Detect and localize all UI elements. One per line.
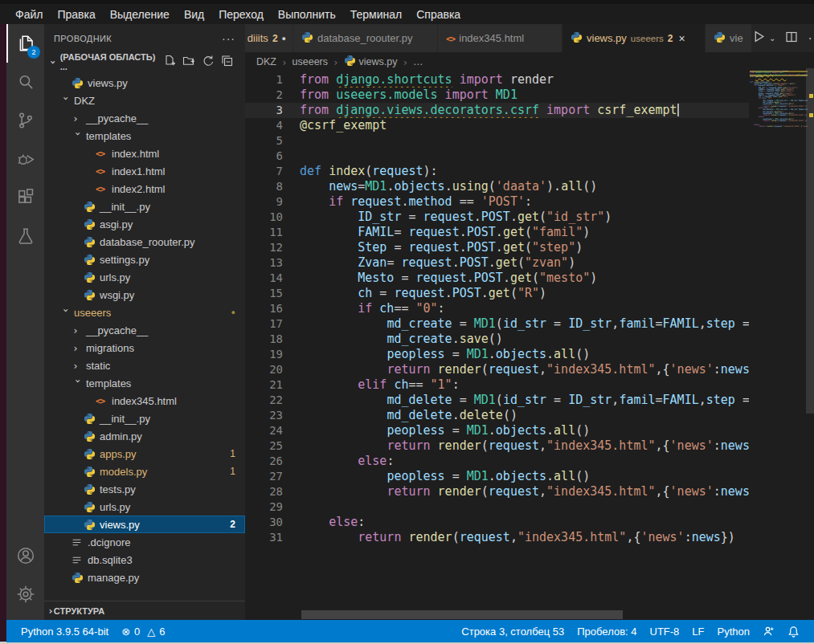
code-line-28[interactable]: 28 return render(request,"index345.html"…	[245, 484, 749, 499]
code-line-8[interactable]: 8 news=MD1.objects.using('daata').all()	[245, 179, 749, 194]
menu-Выполнить[interactable]: Выполнить	[271, 6, 343, 23]
new-folder-icon[interactable]	[182, 55, 195, 69]
tab-views.py[interactable]: views.pyuseeers2×	[562, 24, 706, 52]
code-line-21[interactable]: 21 elif ch== "1":	[245, 377, 749, 393]
breadcrumb-item-DKZ[interactable]: DKZ	[256, 56, 276, 67]
code-line-20[interactable]: 20 return render(request,"index345.html"…	[245, 362, 749, 377]
code-line-26[interactable]: 26 else:	[245, 454, 749, 469]
tab-diiits[interactable]: diiits2●	[245, 24, 293, 52]
menu-Правка[interactable]: Правка	[50, 6, 102, 23]
explorer-icon[interactable]: 2	[6, 24, 44, 63]
code-line-16[interactable]: 16 if ch== "0":	[245, 301, 749, 316]
run-dropdown-chevron-icon[interactable]: ⌄	[769, 34, 775, 43]
tree-item-migrations[interactable]: ›migrations	[44, 339, 245, 357]
tree-item-database_roouter.py[interactable]: database_roouter.py	[44, 233, 245, 251]
close-icon[interactable]: ×	[678, 32, 685, 45]
vertical-scrollbar[interactable]	[806, 68, 814, 614]
tree-item-templates[interactable]: ›templates	[44, 127, 245, 145]
tab-vie[interactable]: vie	[706, 24, 752, 52]
testing-icon[interactable]	[6, 217, 44, 255]
code-line-24[interactable]: 24 peopless = MD1.objects.all()	[245, 423, 749, 438]
tree-item-db.sqlite3[interactable]: db.sqlite3	[44, 551, 245, 569]
tree-item-__init__.py[interactable]: __init__.py	[44, 198, 245, 215]
code-line-11[interactable]: 11 FAMIL= request.POST.get("famil")	[245, 225, 749, 240]
tree-item-index1.html[interactable]: <>index1.html	[44, 162, 245, 180]
horizontal-scrollbar[interactable]	[245, 610, 749, 619]
breadcrumb-item--[interactable]: …	[413, 56, 423, 67]
tree-item-apps.py[interactable]: apps.py1	[44, 445, 245, 463]
status-eol[interactable]: LF	[685, 626, 710, 638]
tree-item-settings.py[interactable]: settings.py	[44, 251, 245, 268]
status-problems[interactable]: ⊗0△6	[115, 626, 171, 638]
status-notifications[interactable]	[781, 626, 806, 638]
tree-item-manage.py[interactable]: manage.py	[44, 569, 245, 586]
tree-item-asgi.py[interactable]: asgi.py	[44, 215, 245, 233]
menu-Вид[interactable]: Вид	[177, 6, 211, 23]
menu-Выделение[interactable]: Выделение	[103, 6, 177, 23]
code-line-29[interactable]: 29	[245, 499, 749, 515]
menu-Переход[interactable]: Переход	[211, 6, 271, 23]
tree-item-useeers[interactable]: ›useeers●	[44, 304, 245, 321]
code-line-6[interactable]: 6	[245, 149, 749, 164]
run-debug-icon[interactable]	[6, 140, 44, 178]
code-line-27[interactable]: 27 peopless = MD1.objects.all()	[245, 469, 749, 484]
settings-gear-icon[interactable]	[6, 575, 44, 613]
collapse-folders-icon[interactable]	[221, 55, 234, 69]
horizontal-scrollbar-thumb[interactable]	[301, 610, 623, 619]
run-button[interactable]	[752, 30, 766, 47]
code-line-19[interactable]: 19 peopless = MD1.objects.all()	[245, 347, 749, 362]
tree-item-views.py[interactable]: views.py2	[44, 516, 245, 533]
menu-Справка[interactable]: Справка	[409, 6, 468, 23]
tab-index345.html[interactable]: <>index345.html	[438, 24, 562, 52]
tree-item-tests.py[interactable]: tests.py	[44, 480, 245, 498]
refresh-icon[interactable]	[202, 55, 215, 69]
status-indentation[interactable]: Пробелов: 4	[571, 626, 643, 638]
extensions-icon[interactable]	[6, 178, 44, 217]
tree-item-__init__.py[interactable]: __init__.py	[44, 410, 245, 427]
tree-item-urls.py[interactable]: urls.py	[44, 268, 245, 286]
code-line-30[interactable]: 30 else:	[245, 515, 749, 530]
menu-Файл[interactable]: Файл	[8, 6, 50, 23]
tab-database_roouter.py[interactable]: database_roouter.py	[293, 24, 438, 52]
status-feedback[interactable]	[756, 626, 781, 638]
code-line-14[interactable]: 14 Mesto = request.POST.get("mesto")	[245, 271, 749, 286]
sidebar-more-actions-icon[interactable]: ···	[222, 32, 235, 45]
tree-item-static[interactable]: ›static	[44, 357, 245, 374]
code-line-23[interactable]: 23 md_delete.delete()	[245, 408, 749, 423]
tree-item-__pycache__[interactable]: ›__pycache__	[44, 321, 245, 339]
tree-item-models.py[interactable]: models.py1	[44, 463, 245, 480]
code-line-10[interactable]: 10 ID_str = request.POST.get("id_str")	[245, 210, 749, 225]
code-line-5[interactable]: 5	[245, 133, 749, 149]
search-icon[interactable]	[6, 63, 44, 101]
code-line-25[interactable]: 25 return render(request,"index345.html"…	[245, 438, 749, 454]
tree-item-index2.html[interactable]: <>index2.html	[44, 180, 245, 198]
tree-item-wsgi.py[interactable]: wsgi.py	[44, 286, 245, 304]
tree-item-index.html[interactable]: <>index.html	[44, 145, 245, 162]
more-actions-icon[interactable]: ···	[808, 31, 814, 46]
tree-item-__pycache__[interactable]: ›__pycache__	[44, 109, 245, 127]
tree-item-index345.html[interactable]: <>index345.html	[44, 392, 245, 410]
code-line-1[interactable]: 1from django.shortcuts import render	[245, 72, 749, 88]
status-python-version[interactable]: Python 3.9.5 64-bit	[14, 626, 115, 638]
vertical-scrollbar-thumb[interactable]	[806, 68, 814, 414]
code-line-3[interactable]: 3from django.views.decorators.csrf impor…	[245, 103, 749, 118]
code-line-31[interactable]: 31 return render(request,"index345.html"…	[245, 530, 749, 545]
status-encoding[interactable]: UTF-8	[644, 626, 686, 638]
outline-section-header[interactable]: › СТРУКТУРА	[44, 601, 245, 620]
new-file-icon[interactable]	[163, 55, 176, 69]
code-line-2[interactable]: 2from useeers.models import MD1	[245, 88, 749, 103]
status-cursor-position[interactable]: Строка 3, столбец 53	[455, 626, 571, 638]
split-editor-icon[interactable]	[785, 31, 798, 47]
tree-item-templates[interactable]: ›templates	[44, 374, 245, 392]
code-line-18[interactable]: 18 md_create.save()	[245, 332, 749, 347]
code-line-17[interactable]: 17 md_create = MD1(id_str = ID_str,famil…	[245, 316, 749, 332]
account-icon[interactable]	[6, 536, 44, 575]
code-line-15[interactable]: 15 ch = request.POST.get("R")	[245, 286, 749, 301]
tree-item-.dcignore[interactable]: .dcignore	[44, 533, 245, 551]
tree-item-urls.py[interactable]: urls.py	[44, 498, 245, 516]
code-editor[interactable]: 1from django.shortcuts import render2fro…	[245, 72, 749, 545]
tree-item-admin.py[interactable]: admin.py	[44, 427, 245, 445]
minimap[interactable]: from django.shortcuts import renderfrom …	[750, 71, 808, 159]
code-line-12[interactable]: 12 Step = request.POST.get("step")	[245, 240, 749, 255]
source-control-icon[interactable]	[6, 101, 44, 140]
